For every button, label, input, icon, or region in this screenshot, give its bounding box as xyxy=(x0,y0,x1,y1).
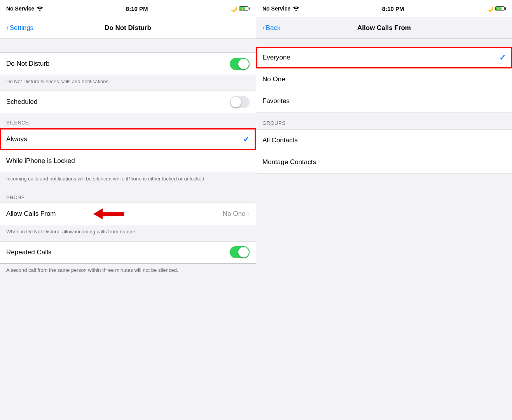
always-checkmark: ✓ xyxy=(243,135,250,144)
allow-calls-row[interactable]: Allow Calls From No One › xyxy=(0,203,256,225)
right-back-button[interactable]: ‹ Back xyxy=(262,24,280,32)
all-contacts-label: All Contacts xyxy=(262,136,506,144)
montage-contacts-label: Montage Contacts xyxy=(262,158,506,166)
scheduled-label: Scheduled xyxy=(6,98,230,106)
repeated-calls-row[interactable]: Repeated Calls xyxy=(0,242,256,263)
allow-calls-footer: When in Do Not Disturb, allow incoming c… xyxy=(0,225,256,241)
left-wifi-icon xyxy=(37,6,43,11)
groups-section: All Contacts Montage Contacts xyxy=(256,130,512,173)
do-not-disturb-section: Do Not Disturb xyxy=(0,52,256,75)
silence-section: Always ✓ While iPhone is Locked xyxy=(0,128,256,172)
right-battery: ⚡ xyxy=(495,6,506,11)
groups-section-header: GROUPS xyxy=(256,112,512,130)
arrow-head xyxy=(93,208,103,219)
silence-header: SILENCE: xyxy=(0,113,256,128)
right-top-spacer xyxy=(256,39,512,47)
always-row[interactable]: Always ✓ xyxy=(0,128,256,150)
right-time: 8:10 PM xyxy=(382,5,404,12)
everyone-checkmark: ✓ xyxy=(499,53,506,62)
right-bolt-icon: ⚡ xyxy=(497,7,501,10)
bolt-icon: ⚡ xyxy=(241,7,245,10)
repeated-calls-toggle[interactable] xyxy=(230,246,250,258)
no-one-row[interactable]: No One xyxy=(256,68,512,90)
do-not-disturb-toggle[interactable] xyxy=(230,58,250,70)
everyone-row[interactable]: Everyone ✓ xyxy=(256,47,512,68)
right-panel: No Service 8:10 PM 🌙 ⚡ ‹ Back Allow Call… xyxy=(256,0,512,420)
left-battery: ⚡ xyxy=(239,6,250,11)
scheduled-toggle-knob xyxy=(231,97,241,107)
left-nav-title: Do Not Disturb xyxy=(105,24,151,32)
left-back-chevron: ‹ xyxy=(6,24,9,32)
allow-calls-chevron: › xyxy=(248,211,250,217)
left-back-label: Settings xyxy=(10,24,33,32)
all-contacts-row[interactable]: All Contacts xyxy=(256,130,512,151)
right-nav-bar: ‹ Back Allow Calls From xyxy=(256,17,512,39)
phone-section: Allow Calls From No One › xyxy=(0,203,256,225)
phone-header: PHONE xyxy=(0,188,256,203)
right-back-label: Back xyxy=(266,24,281,32)
left-moon-icon: 🌙 xyxy=(231,5,237,12)
left-back-button[interactable]: ‹ Settings xyxy=(6,24,33,32)
right-status-left: No Service xyxy=(262,5,299,12)
left-panel: No Service 8:10 PM 🌙 ⚡ ‹ Settings Do Not… xyxy=(0,0,256,420)
arrow-body xyxy=(103,212,124,216)
everyone-label: Everyone xyxy=(262,54,499,61)
scheduled-section: Scheduled xyxy=(0,91,256,113)
do-not-disturb-footer: Do Not Disturb silences calls and notifi… xyxy=(0,75,256,91)
left-status-left: No Service xyxy=(6,5,43,12)
right-status-bar: No Service 8:10 PM 🌙 ⚡ xyxy=(256,0,512,17)
while-locked-row[interactable]: While iPhone is Locked xyxy=(0,150,256,172)
scheduled-row[interactable]: Scheduled xyxy=(0,91,256,113)
left-top-spacer xyxy=(0,39,256,52)
repeated-calls-footer: A second call from the same person withi… xyxy=(0,264,256,279)
do-not-disturb-label: Do Not Disturb xyxy=(6,60,230,68)
do-not-disturb-row[interactable]: Do Not Disturb xyxy=(0,53,256,75)
do-not-disturb-toggle-knob xyxy=(238,59,249,69)
left-status-right: 🌙 ⚡ xyxy=(231,5,250,12)
repeated-calls-label: Repeated Calls xyxy=(6,248,230,256)
favorites-label: Favorites xyxy=(262,97,506,105)
right-bottom-filler xyxy=(256,173,512,329)
left-no-service: No Service xyxy=(6,5,34,12)
call-from-section: Everyone ✓ No One Favorites xyxy=(256,47,512,112)
right-moon-icon: 🌙 xyxy=(487,5,493,12)
right-wifi-icon xyxy=(293,6,299,11)
repeated-calls-toggle-knob xyxy=(238,247,249,257)
while-locked-footer: Incoming calls and notifications will be… xyxy=(0,172,256,188)
allow-calls-value: No One xyxy=(223,210,246,218)
favorites-row[interactable]: Favorites xyxy=(256,90,512,112)
left-content: Do Not Disturb Do Not Disturb silences c… xyxy=(0,39,256,420)
right-nav-title: Allow Calls From xyxy=(357,24,411,32)
left-status-bar: No Service 8:10 PM 🌙 ⚡ xyxy=(0,0,256,17)
while-locked-label: While iPhone is Locked xyxy=(6,157,250,165)
montage-contacts-row[interactable]: Montage Contacts xyxy=(256,151,512,173)
repeated-calls-section: Repeated Calls xyxy=(0,241,256,264)
right-back-chevron: ‹ xyxy=(262,24,265,32)
left-nav-bar: ‹ Settings Do Not Disturb xyxy=(0,17,256,39)
scheduled-toggle[interactable] xyxy=(230,96,250,108)
always-label: Always xyxy=(6,135,243,143)
arrow-annotation xyxy=(93,208,124,219)
right-no-service: No Service xyxy=(262,5,290,12)
right-status-right: 🌙 ⚡ xyxy=(487,5,506,12)
right-content: Everyone ✓ No One Favorites GROUPS All C… xyxy=(256,39,512,420)
no-one-label: No One xyxy=(262,75,506,83)
left-time: 8:10 PM xyxy=(126,5,148,12)
